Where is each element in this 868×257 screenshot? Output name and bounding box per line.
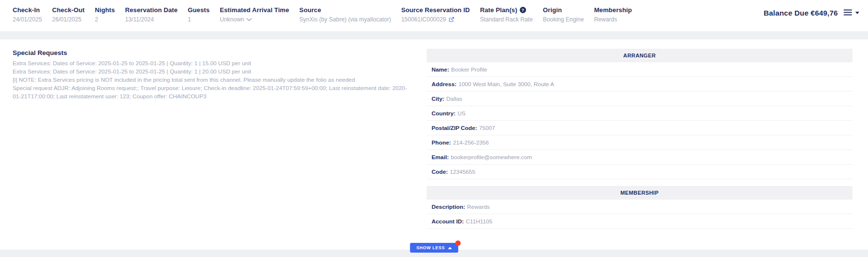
special-request-line: Extra Services: Dates of Service: 2025-0… xyxy=(13,59,407,68)
details-panels: ARRANGER Name: Booker Profile Address: 1… xyxy=(427,39,852,229)
membership-row-account-id: Account ID: C11H1105 xyxy=(427,214,852,229)
source-reservation-link[interactable]: 150061IC000029 xyxy=(401,16,470,23)
field-value: 13/11/2024 xyxy=(125,16,178,23)
row-label: Email: xyxy=(432,154,449,161)
main-content: Special Requests Extra Services: Dates o… xyxy=(0,39,868,250)
field-label: Rate Plan(s) ? xyxy=(480,6,533,14)
field-source: Source SynXis (by Sabre) (via myallocato… xyxy=(300,6,391,23)
row-value: US xyxy=(457,110,465,117)
arrival-time-value: Unknown xyxy=(220,16,244,23)
balance-area: Balance Due €649,76 xyxy=(764,6,861,17)
rate-plans-label: Rate Plan(s) xyxy=(480,6,517,14)
field-label: Check-Out xyxy=(52,6,85,14)
summary-fields: Check-In 24/01/2025 Check-Out 26/01/2025… xyxy=(13,6,632,23)
membership-row-description: Description: Rewards xyxy=(427,200,852,214)
special-requests-title: Special Requests xyxy=(13,49,407,56)
arranger-row-postal-zip: Postal/ZIP Code: 75007 xyxy=(427,121,852,135)
field-label: Estimated Arrival Time xyxy=(220,6,289,14)
field-label: Source Reservation ID xyxy=(401,6,470,14)
field-origin: Origin Booking Engine xyxy=(543,6,584,23)
special-request-line: Extra Services: Dates of Service: 2025-0… xyxy=(13,68,407,76)
arranger-row-address: Address: 1000 West Main, Suite 3000, Rou… xyxy=(427,77,852,92)
row-label: City: xyxy=(432,95,444,102)
actions-menu-button[interactable] xyxy=(844,9,859,17)
caret-down-icon xyxy=(855,12,859,14)
arranger-row-email: Email: bookerprofile@somewhere.com xyxy=(427,150,852,165)
arranger-row-phone: Phone: 214-256-2356 xyxy=(427,135,852,150)
field-estimated-arrival-time: Estimated Arrival Time Unknown xyxy=(220,6,289,23)
external-link-icon[interactable] xyxy=(449,17,454,22)
field-value: SynXis (by Sabre) (via myallocator) xyxy=(300,16,391,23)
field-value: Standard Rack Rate xyxy=(480,16,533,23)
field-label: Source xyxy=(300,6,391,14)
field-value: 1 xyxy=(188,16,210,23)
row-label: Code: xyxy=(432,168,448,175)
notification-dot xyxy=(455,240,460,246)
field-value: 26/01/2025 xyxy=(52,16,85,23)
balance-due: Balance Due €649,76 xyxy=(764,9,838,17)
row-label: Country: xyxy=(432,110,455,117)
row-value: Rewards xyxy=(467,203,490,210)
row-value: Dallas xyxy=(446,95,462,102)
hamburger-menu-icon xyxy=(844,9,852,17)
arrival-time-dropdown[interactable]: Unknown xyxy=(220,16,289,23)
row-label: Name: xyxy=(432,66,449,73)
row-value: 12345655 xyxy=(450,168,475,175)
reservation-detail-page: Check-In 24/01/2025 Check-Out 26/01/2025… xyxy=(0,0,868,257)
arranger-row-name: Name: Booker Profile xyxy=(427,62,852,77)
arranger-panel: ARRANGER Name: Booker Profile Address: 1… xyxy=(427,49,852,179)
help-icon[interactable]: ? xyxy=(520,7,526,13)
field-label: Origin xyxy=(543,6,584,14)
field-check-in: Check-In 24/01/2025 xyxy=(13,6,42,23)
triangle-up-icon xyxy=(448,247,452,249)
row-label: Description: xyxy=(432,203,465,210)
row-label: Account ID: xyxy=(432,218,464,225)
field-label: Reservation Date xyxy=(125,6,178,14)
field-reservation-date: Reservation Date 13/11/2024 xyxy=(125,6,178,23)
field-label: Check-In xyxy=(13,6,42,14)
field-check-out: Check-Out 26/01/2025 xyxy=(52,6,85,23)
special-requests-section: Special Requests Extra Services: Dates o… xyxy=(0,39,427,101)
row-label: Address: xyxy=(432,81,456,88)
arranger-row-city: City: Dallas xyxy=(427,92,852,106)
row-label: Postal/ZIP Code: xyxy=(432,125,477,131)
arranger-panel-title: ARRANGER xyxy=(427,49,852,62)
field-guests: Guests 1 xyxy=(188,6,210,23)
field-source-reservation-id: Source Reservation ID 150061IC000029 xyxy=(401,6,470,23)
row-value: C11H1105 xyxy=(466,218,492,225)
field-rate-plans: Rate Plan(s) ? Standard Rack Rate xyxy=(480,6,533,23)
arranger-row-code: Code: 12345655 xyxy=(427,165,852,179)
source-reservation-id-value: 150061IC000029 xyxy=(401,16,446,23)
field-label: Membership xyxy=(594,6,632,14)
row-value: bookerprofile@somewhere.com xyxy=(451,154,532,161)
row-value: 75007 xyxy=(479,125,495,131)
divider-band xyxy=(0,31,868,39)
show-less-button[interactable]: SHOW LESS xyxy=(410,243,458,253)
field-membership: Membership Rewards xyxy=(594,6,632,23)
field-value: 24/01/2025 xyxy=(13,16,42,23)
membership-panel: MEMBERSHIP Description: Rewards Account … xyxy=(427,186,852,229)
reservation-summary-bar: Check-In 24/01/2025 Check-Out 26/01/2025… xyxy=(0,0,868,31)
field-value: 2 xyxy=(95,16,115,23)
field-label: Nights xyxy=(95,6,115,14)
field-label: Guests xyxy=(188,6,210,14)
arranger-row-country: Country: US xyxy=(427,106,852,121)
row-label: Phone: xyxy=(432,139,451,146)
row-value: Booker Profile xyxy=(451,66,487,73)
field-value: Booking Engine xyxy=(543,16,584,23)
field-nights: Nights 2 xyxy=(95,6,115,23)
row-value: 1000 West Main, Suite 3000, Route A xyxy=(458,81,554,88)
row-value: 214-256-2356 xyxy=(453,139,489,146)
field-value: Rewards xyxy=(594,16,632,23)
special-request-line: Special request ADJR: Adjoining Rooms re… xyxy=(13,84,407,101)
show-less-label: SHOW LESS xyxy=(416,245,445,250)
membership-panel-title: MEMBERSHIP xyxy=(427,186,852,200)
chevron-down-icon xyxy=(246,16,252,23)
special-request-line: [i] NOTE: Extra Services pricing is NOT … xyxy=(13,76,407,84)
